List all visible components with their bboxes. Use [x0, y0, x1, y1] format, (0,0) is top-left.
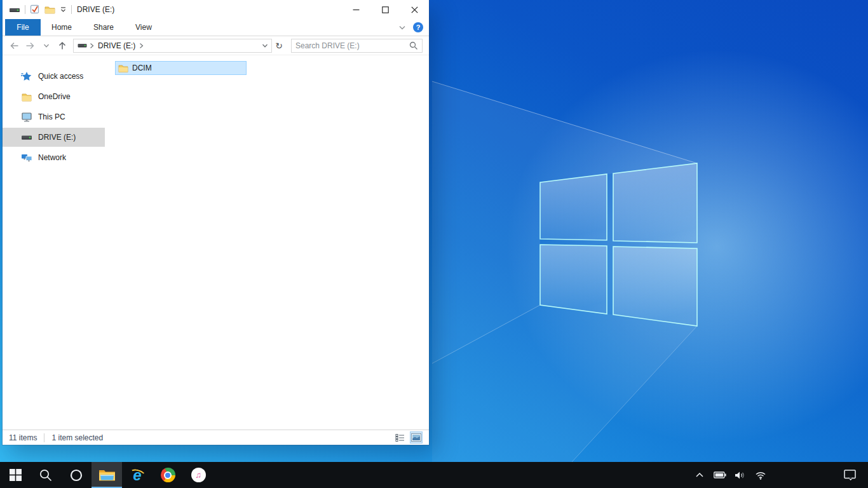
- file-list[interactable]: DCIM: [105, 55, 429, 430]
- separator: [71, 5, 72, 14]
- sidebar-item-quick-access[interactable]: Quick access: [3, 67, 105, 86]
- itunes-icon: ♫: [191, 468, 206, 482]
- sidebar-item-network[interactable]: Network: [3, 148, 105, 167]
- sidebar-item-onedrive[interactable]: OneDrive: [3, 87, 105, 106]
- sidebar-item-drive-e[interactable]: DRIVE (E:): [3, 128, 105, 147]
- battery-button[interactable]: [712, 462, 728, 488]
- start-button[interactable]: [0, 462, 31, 488]
- thumbnail-view-icon: [411, 433, 421, 442]
- network-icon: [21, 152, 32, 163]
- sidebar-item-label: This PC: [38, 112, 65, 121]
- sidebar-item-this-pc[interactable]: This PC: [3, 107, 105, 126]
- battery-icon: [714, 471, 726, 478]
- action-center-button[interactable]: [835, 462, 864, 488]
- volume-icon: [735, 471, 746, 480]
- file-explorer-window: DRIVE (E:) File Home Share View: [3, 0, 429, 445]
- address-dropdown-chevron-icon[interactable]: [259, 43, 271, 48]
- volume-button[interactable]: [732, 462, 749, 488]
- details-view-button[interactable]: [394, 431, 407, 444]
- refresh-button[interactable]: ↻: [273, 39, 285, 53]
- quick-access-toolbar: [3, 4, 72, 15]
- search-icon[interactable]: [409, 41, 418, 50]
- expand-ribbon-chevron-icon[interactable]: [398, 25, 406, 30]
- back-button[interactable]: [6, 38, 22, 53]
- windows-start-icon: [10, 469, 22, 481]
- cortana-button[interactable]: [61, 462, 92, 488]
- separator: [25, 5, 25, 14]
- wifi-button[interactable]: [752, 462, 769, 488]
- itunes-button[interactable]: ♫: [183, 462, 214, 488]
- action-center-icon: [844, 470, 856, 480]
- taskbar: e ♫: [0, 462, 868, 488]
- folder-icon: [118, 64, 128, 72]
- breadcrumb-chevron-icon[interactable]: [139, 43, 144, 49]
- search-box[interactable]: [291, 39, 423, 53]
- minimize-button[interactable]: [341, 0, 370, 19]
- properties-checkbox-icon[interactable]: [30, 4, 40, 15]
- show-hidden-icons-button[interactable]: [691, 462, 708, 488]
- search-icon: [39, 468, 53, 482]
- separator: [44, 433, 44, 442]
- up-button[interactable]: [54, 38, 70, 53]
- items-count: 11 items: [9, 433, 37, 442]
- new-folder-icon[interactable]: [44, 5, 55, 14]
- close-button[interactable]: [400, 0, 429, 19]
- tab-view[interactable]: View: [125, 19, 163, 36]
- maximize-button[interactable]: [370, 0, 400, 19]
- tab-home[interactable]: Home: [41, 19, 83, 36]
- file-explorer-icon: [98, 468, 116, 482]
- help-button[interactable]: ?: [413, 22, 423, 32]
- breadcrumb-chevron-icon: [90, 43, 94, 49]
- chrome-button[interactable]: [153, 462, 183, 488]
- file-item-dcim[interactable]: DCIM: [115, 61, 247, 75]
- wifi-icon: [755, 471, 766, 480]
- sidebar-item-label: DRIVE (E:): [38, 133, 76, 142]
- forward-button[interactable]: [22, 38, 38, 53]
- chevron-up-icon: [695, 472, 704, 478]
- address-bar[interactable]: DRIVE (E:): [73, 39, 272, 53]
- titlebar[interactable]: DRIVE (E:): [3, 0, 429, 19]
- drive-icon: [9, 6, 20, 14]
- monitor-icon: [21, 112, 32, 122]
- folder-icon: [21, 92, 32, 102]
- customize-qat-dropdown-icon[interactable]: [60, 6, 67, 13]
- window-controls: [341, 0, 429, 19]
- cortana-circle-icon: [69, 468, 83, 482]
- ribbon-tab-bar: File Home Share View ?: [3, 19, 429, 36]
- desktop: DRIVE (E:) File Home Share View: [0, 0, 868, 488]
- drive-icon: [21, 133, 32, 142]
- drive-icon: [78, 42, 87, 49]
- navigation-pane: Quick access OneDrive This PC: [3, 55, 105, 430]
- file-name: DCIM: [132, 64, 152, 72]
- window-title: DRIVE (E:): [77, 5, 114, 14]
- quick-access-star-icon: [21, 71, 32, 81]
- large-icons-view-button[interactable]: [410, 431, 423, 444]
- recent-locations-chevron-icon[interactable]: [38, 38, 54, 53]
- navigation-bar: DRIVE (E:) ↻: [3, 36, 429, 55]
- sidebar-item-label: OneDrive: [38, 92, 71, 101]
- tab-share[interactable]: Share: [83, 19, 125, 36]
- internet-explorer-icon: e: [129, 467, 146, 484]
- wallpaper-windows-logo: [432, 0, 868, 462]
- search-input[interactable]: [295, 41, 409, 50]
- breadcrumb-segment[interactable]: DRIVE (E:): [97, 41, 137, 50]
- sidebar-item-label: Network: [38, 153, 66, 162]
- details-view-icon: [395, 433, 405, 442]
- selection-count: 1 item selected: [51, 433, 103, 442]
- internet-explorer-button[interactable]: e: [122, 462, 153, 488]
- status-bar: 11 items 1 item selected: [3, 430, 429, 445]
- sidebar-item-label: Quick access: [38, 72, 83, 81]
- tab-file[interactable]: File: [5, 19, 41, 36]
- chrome-icon: [161, 468, 175, 482]
- system-tray: [691, 462, 769, 488]
- taskbar-search-button[interactable]: [31, 462, 61, 488]
- taskbar-file-explorer-button[interactable]: [92, 462, 122, 488]
